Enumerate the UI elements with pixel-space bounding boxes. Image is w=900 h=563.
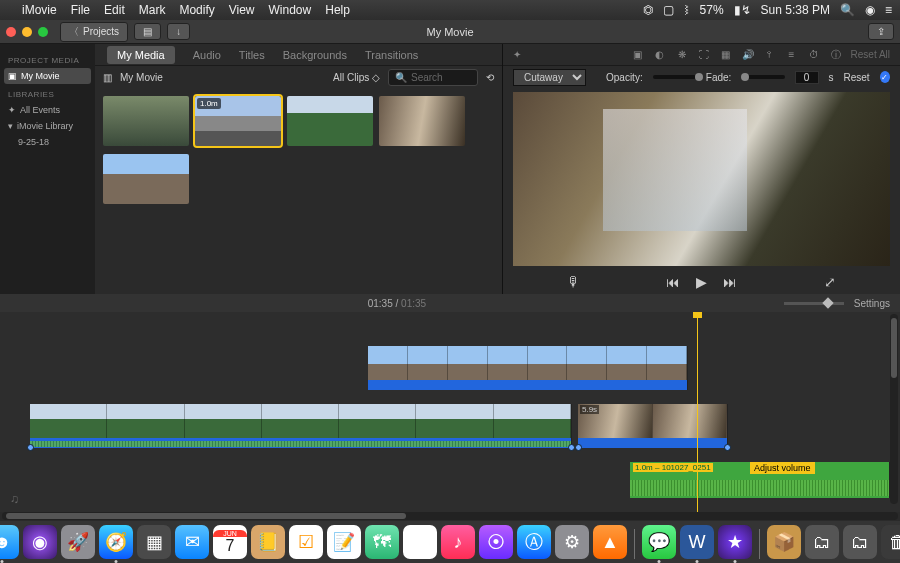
dock-downloads[interactable]: 📦 [767, 525, 801, 559]
volume-icon[interactable]: 🔊 [741, 48, 755, 62]
dock-folder[interactable]: 🗂 [805, 525, 839, 559]
primary-clip-1[interactable] [30, 404, 572, 448]
eq-icon[interactable]: ≡ [785, 48, 799, 62]
clip-handle[interactable] [27, 444, 34, 451]
dock-maps[interactable]: 🗺 [365, 525, 399, 559]
zoom-slider[interactable] [784, 302, 844, 305]
reset-button[interactable]: Reset [844, 72, 870, 83]
tab-transitions[interactable]: Transitions [365, 49, 418, 61]
play-button[interactable]: ▶ [696, 274, 707, 290]
dock-mail[interactable]: ✉ [175, 525, 209, 559]
dock-reminders[interactable]: ☑ [289, 525, 323, 559]
next-button[interactable]: ⏭ [723, 274, 737, 290]
playhead[interactable] [697, 312, 698, 512]
dock-messages[interactable]: 💬 [642, 525, 676, 559]
timeline[interactable]: 5.9s 1.0m – 101027_0251 Adjust volume ♫ [0, 312, 900, 512]
filmstrip-toggle-icon[interactable]: ▥ [103, 72, 112, 83]
clip-thumb[interactable] [287, 96, 373, 146]
timeline-scrollbar[interactable] [890, 314, 898, 504]
filter-select[interactable]: All Clips ◇ [333, 72, 380, 83]
airplay-icon[interactable]: ▢ [663, 3, 674, 17]
crop-icon[interactable]: ⛶ [697, 48, 711, 62]
share-button[interactable]: ⇪ [868, 23, 894, 40]
music-well-icon[interactable]: ♫ [10, 492, 19, 506]
speed-icon[interactable]: ⏱ [807, 48, 821, 62]
menu-file[interactable]: File [71, 3, 90, 17]
info-icon[interactable]: ⓘ [829, 48, 843, 62]
menu-help[interactable]: Help [325, 3, 350, 17]
minimize-window-button[interactable] [22, 27, 32, 37]
clip-thumb[interactable]: 1.0m [195, 96, 281, 146]
noise-icon[interactable]: ⫯ [763, 48, 777, 62]
clock[interactable]: Sun 5:38 PM [761, 3, 830, 17]
sidebar-project-media[interactable]: ▣ My Movie [4, 68, 91, 84]
browser-settings-icon[interactable]: ⟲ [486, 72, 494, 83]
dock-safari[interactable]: 🧭 [99, 525, 133, 559]
clip-thumb[interactable] [103, 154, 189, 204]
dock-imovie[interactable]: ★ [718, 525, 752, 559]
reset-all-button[interactable]: Reset All [851, 49, 890, 60]
dock-contacts[interactable]: 📒 [251, 525, 285, 559]
dock-podcasts[interactable]: ⦿ [479, 525, 513, 559]
audio-clip[interactable]: 1.0m – 101027_0251 Adjust volume [630, 462, 890, 498]
color-correction-icon[interactable]: ❋ [675, 48, 689, 62]
primary-clip-2[interactable]: 5.9s [578, 404, 728, 448]
menu-modify[interactable]: Modify [179, 3, 214, 17]
sidebar-library[interactable]: ▾ iMovie Library [4, 118, 91, 134]
menu-window[interactable]: Window [269, 3, 312, 17]
dock-photos[interactable]: 🏵 [403, 525, 437, 559]
timeline-settings[interactable]: Settings [854, 298, 890, 309]
notification-center-icon[interactable]: ≡ [885, 3, 892, 17]
prev-button[interactable]: ⏮ [666, 274, 680, 290]
search-input[interactable]: 🔍 Search [388, 69, 478, 86]
battery-icon[interactable]: ▮↯ [734, 3, 751, 17]
tab-my-media[interactable]: My Media [107, 46, 175, 64]
clip-handle[interactable] [724, 444, 731, 451]
dock-keynote[interactable]: ▲ [593, 525, 627, 559]
clip-handle[interactable] [575, 444, 582, 451]
dock-settings[interactable]: ⚙ [555, 525, 589, 559]
tab-audio[interactable]: Audio [193, 49, 221, 61]
dock-appstore[interactable]: Ⓐ [517, 525, 551, 559]
spotlight-icon[interactable]: 🔍 [840, 3, 855, 17]
sidebar-event[interactable]: 9-25-18 [4, 134, 91, 150]
dock-siri[interactable]: ◉ [23, 525, 57, 559]
library-list-button[interactable]: ▤ [134, 23, 161, 40]
menu-view[interactable]: View [229, 3, 255, 17]
wifi-icon[interactable]: ⧘ [684, 3, 690, 17]
siri-icon[interactable]: ◉ [865, 3, 875, 17]
preview-viewer[interactable] [513, 92, 890, 266]
dock-folder[interactable]: 🗂 [843, 525, 877, 559]
menu-edit[interactable]: Edit [104, 3, 125, 17]
dock-trash[interactable]: 🗑 [881, 525, 900, 559]
voiceover-icon[interactable]: 🎙 [567, 274, 581, 290]
tab-backgrounds[interactable]: Backgrounds [283, 49, 347, 61]
app-menu[interactable]: iMovie [22, 3, 57, 17]
opacity-slider[interactable] [653, 75, 696, 79]
enhance-icon[interactable]: ✦ [513, 49, 521, 60]
apply-checkbox[interactable]: ✓ [880, 71, 890, 83]
sidebar-all-events[interactable]: ✦ All Events [4, 102, 91, 118]
dock-word[interactable]: W [680, 525, 714, 559]
dock-calendar[interactable]: JUN7 [213, 525, 247, 559]
dock-music[interactable]: ♪ [441, 525, 475, 559]
zoom-window-button[interactable] [38, 27, 48, 37]
import-button[interactable]: ↓ [167, 23, 190, 40]
cloud-icon[interactable]: ⏣ [643, 3, 653, 17]
overlay-clip[interactable] [368, 346, 688, 390]
color-balance-icon[interactable]: ◐ [653, 48, 667, 62]
fade-slider[interactable] [741, 75, 784, 79]
fade-value-input[interactable] [795, 71, 819, 84]
dock-finder[interactable]: ☻ [0, 525, 19, 559]
overlay-select[interactable]: Cutaway [513, 69, 586, 86]
projects-button[interactable]: 〈 Projects [60, 22, 128, 42]
stabilize-icon[interactable]: ▦ [719, 48, 733, 62]
menu-mark[interactable]: Mark [139, 3, 166, 17]
dock-launchpad[interactable]: 🚀 [61, 525, 95, 559]
fullscreen-icon[interactable]: ⤢ [824, 274, 836, 290]
clip-thumb[interactable] [379, 96, 465, 146]
battery-label[interactable]: 57% [700, 3, 724, 17]
dock-mission-control[interactable]: ▦ [137, 525, 171, 559]
clip-thumb[interactable] [103, 96, 189, 146]
dock-notes[interactable]: 📝 [327, 525, 361, 559]
